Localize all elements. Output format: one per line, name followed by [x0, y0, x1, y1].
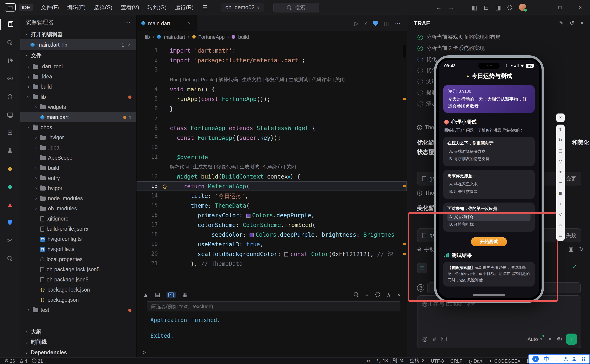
- new-session-icon[interactable]: ✎: [559, 20, 564, 26]
- debug-console-icon[interactable]: [167, 291, 176, 298]
- history-icon[interactable]: ↺: [570, 20, 574, 26]
- tree-folder-entry[interactable]: ›entry: [20, 173, 136, 183]
- code-line-14[interactable]: 14 title: '今日运势',: [136, 191, 407, 201]
- plugin-gold-icon[interactable]: ◆: [0, 164, 20, 173]
- breadcrumb-lib[interactable]: lib: [145, 34, 150, 39]
- tree-folder-oh_modules[interactable]: ›oh_modules: [20, 203, 136, 214]
- code-line-6[interactable]: 6}: [136, 104, 407, 113]
- code-line-11[interactable]: 11 @override: [136, 152, 407, 162]
- tree-file-oh-package-lock.json5[interactable]: oh-package-lock.json5: [20, 264, 136, 274]
- split-editor-icon[interactable]: ◫: [383, 20, 389, 26]
- panel-settings-icon[interactable]: [375, 292, 380, 297]
- nav-back-icon[interactable]: ◁: [557, 211, 564, 218]
- task-item[interactable]: ✓分析当前关卡系统的实现: [417, 45, 590, 52]
- tree-file-package-lock.json[interactable]: {}package-lock.json: [20, 285, 136, 295]
- console-filter-input[interactable]: [151, 304, 396, 309]
- record-icon[interactable]: ◎: [557, 158, 564, 165]
- tree-folder-.dart_tool[interactable]: ›.dart_tool: [20, 61, 136, 72]
- problems-icon[interactable]: ▲: [143, 292, 149, 297]
- tree-folder-node_modules[interactable]: ›node_modules: [20, 193, 136, 203]
- toggle-panel-icon[interactable]: ⊟: [484, 4, 489, 10]
- extensions-icon[interactable]: ⊞: [0, 128, 20, 137]
- terminal-icon[interactable]: ▦: [182, 292, 188, 297]
- menu-item-3[interactable]: 查看(V): [117, 2, 143, 13]
- quiz-option[interactable]: B. 出去社交冒险: [447, 188, 531, 196]
- errors-indicator[interactable]: ⊘ 26: [5, 358, 15, 363]
- explorer-more-icon[interactable]: ⋯: [125, 19, 130, 25]
- ime-mic-icon[interactable]: [564, 356, 567, 361]
- language-mode[interactable]: {}Dart: [469, 358, 482, 363]
- close-editor-icon[interactable]: ×: [127, 42, 131, 47]
- nav-back-icon[interactable]: ←: [436, 4, 442, 10]
- more-actions-icon[interactable]: ⋯: [395, 20, 400, 26]
- mention-icon[interactable]: @: [422, 336, 428, 342]
- plugin-teal-icon[interactable]: ◆: [0, 182, 20, 191]
- sparkle-icon[interactable]: ✦: [548, 336, 552, 342]
- tree-file-local.properties[interactable]: local.properties: [20, 254, 136, 264]
- code-search-icon[interactable]: [0, 254, 20, 263]
- chat-input-box[interactable]: 您正在与 Builder 聊天 @# Auto ∨ ✦ ↑: [417, 295, 581, 348]
- code-line-13[interactable]: 13 return MaterialApp(: [136, 181, 407, 191]
- code-line-1[interactable]: 1import 'dart:math';: [136, 46, 407, 55]
- code-line-19[interactable]: 19 useMaterial3: true,: [136, 240, 407, 249]
- code-editor[interactable]: 1import 'dart:math';2import 'package:flu…: [136, 42, 407, 288]
- dependencies-section[interactable]: › Dependencies: [20, 347, 136, 357]
- copy-screen-icon[interactable]: ▣: [557, 190, 564, 196]
- indentation[interactable]: 空格: 2: [410, 358, 424, 364]
- tree-file-hvigorconfig.ts[interactable]: TShvigorconfig.ts: [20, 234, 136, 244]
- task-item[interactable]: ✓分析当前游戏页面的实现和布局: [417, 34, 590, 41]
- voice-input-icon[interactable]: [557, 337, 561, 342]
- code-line-8[interactable]: 8class FortuneApp extends StatelessWidge…: [136, 123, 407, 133]
- send-button[interactable]: ↑: [566, 334, 577, 345]
- infos-indicator[interactable]: i 21: [32, 358, 43, 363]
- global-search[interactable]: 搜索: [273, 3, 319, 13]
- menu-item-4[interactable]: 转到(G): [143, 2, 171, 13]
- menu-item-5[interactable]: 运行(R): [171, 2, 198, 13]
- tree-folder-lib[interactable]: ›lib: [20, 92, 136, 102]
- code-line-7[interactable]: 7: [136, 113, 407, 123]
- tree-folder-.idea[interactable]: ›.idea: [20, 72, 136, 82]
- code-line-5[interactable]: 5 runApp(const FortuneApp());: [136, 94, 407, 104]
- test-beaker-icon[interactable]: [0, 146, 20, 155]
- run-chevron-icon[interactable]: ∨: [364, 21, 367, 25]
- search-icon[interactable]: [0, 38, 20, 47]
- code-line-10[interactable]: 10: [136, 143, 407, 152]
- remote-icon[interactable]: [0, 110, 20, 119]
- panel-search-icon[interactable]: [354, 292, 359, 297]
- hamburger-menu-icon[interactable]: ☰: [198, 3, 212, 12]
- codegeex[interactable]: ✦CODEGEEX: [489, 358, 520, 363]
- zoom-in-icon[interactable]: +: [557, 169, 564, 175]
- maximize-button[interactable]: □: [553, 0, 567, 15]
- tree-folder-.idea[interactable]: ›.idea: [20, 143, 136, 153]
- ime-pen-icon[interactable]: ←: [553, 355, 560, 362]
- tree-file-.gitignore[interactable]: .gitignore: [20, 214, 136, 224]
- minimize-button[interactable]: —: [533, 0, 547, 15]
- tree-file-main.dart[interactable]: main.dart1: [20, 112, 136, 122]
- run-button[interactable]: ▷: [354, 20, 358, 26]
- tree-folder-.hvigor[interactable]: ›.hvigor: [20, 132, 136, 143]
- tree-file-package.json[interactable]: {}package.json: [20, 295, 136, 305]
- tab-main-dart[interactable]: main.dart ×: [136, 15, 196, 31]
- regenerate-icon[interactable]: ↻: [579, 247, 584, 252]
- debug-icon[interactable]: [0, 92, 20, 101]
- close-trae-icon[interactable]: ×: [580, 20, 584, 26]
- menu-item-0[interactable]: 文件(F): [37, 2, 63, 13]
- emulator-close-button[interactable]: ×: [556, 113, 565, 122]
- ime-logo-icon[interactable]: i: [532, 356, 539, 362]
- close-window-button[interactable]: ×: [573, 0, 587, 15]
- lightbulb-icon[interactable]: [163, 184, 167, 188]
- sound-icon[interactable]: ♪: [557, 201, 564, 207]
- breadcrumb-class[interactable]: FortuneApp: [198, 34, 225, 39]
- editor-scrollbar[interactable]: [403, 45, 406, 58]
- code-line-4[interactable]: 4void main() {: [136, 84, 407, 94]
- toggle-secondary-sidebar-icon[interactable]: ◨: [495, 4, 501, 10]
- tree-file-oh-package.json5[interactable]: oh-package.json5: [20, 274, 136, 285]
- settings-gear-icon[interactable]: [507, 5, 512, 10]
- ime-language-indicator[interactable]: 中: [544, 355, 549, 363]
- code-line-9[interactable]: 9 const FortuneApp({super.key});: [136, 133, 407, 143]
- zoom-out-icon[interactable]: −: [557, 179, 564, 186]
- attach-image-icon[interactable]: [441, 337, 447, 341]
- open-editor-main-dart[interactable]: main.dart lib 1 ×: [20, 39, 136, 50]
- code-line-12[interactable]: 12 Widget build(BuildContext contex●) {: [136, 172, 407, 181]
- files-section[interactable]: › 文件: [20, 50, 136, 60]
